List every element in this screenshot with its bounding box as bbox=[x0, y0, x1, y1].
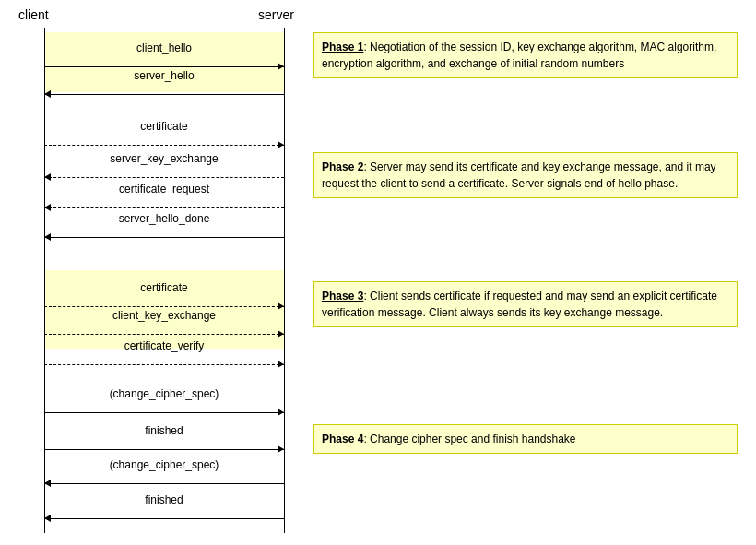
arrow-line-9 bbox=[44, 412, 284, 413]
arrow-line-5 bbox=[44, 237, 284, 238]
arrow-row-9: (change_cipher_spec) bbox=[44, 387, 284, 415]
arrow-line-12 bbox=[44, 518, 284, 519]
arrow-label-11: (change_cipher_spec) bbox=[44, 458, 284, 471]
arrow-row-10: finished bbox=[44, 424, 284, 452]
phase2-box: Phase 2: Server may send its certificate… bbox=[313, 152, 738, 198]
arrow-row-7: client_key_exchange bbox=[44, 309, 284, 337]
arrow-row-8: certificate_verify bbox=[44, 339, 284, 367]
arrow-row-2: certificate bbox=[44, 120, 284, 148]
arrow-label-1: server_hello bbox=[44, 69, 284, 82]
arrowhead-5 bbox=[44, 233, 51, 241]
arrow-line-10 bbox=[44, 449, 284, 450]
arrow-label-10: finished bbox=[44, 424, 284, 437]
arrowhead-7 bbox=[278, 330, 284, 338]
arrow-row-5: server_hello_done bbox=[44, 212, 284, 240]
arrow-line-4 bbox=[44, 207, 284, 208]
arrow-label-2: certificate bbox=[44, 120, 284, 133]
arrow-line-2 bbox=[44, 145, 284, 146]
arrow-row-1: server_hello bbox=[44, 69, 284, 97]
arrow-label-4: certificate_request bbox=[44, 183, 284, 195]
arrow-line-7 bbox=[44, 334, 284, 335]
arrow-line-1 bbox=[44, 94, 284, 95]
arrow-label-6: certificate bbox=[44, 281, 284, 294]
arrowhead-3 bbox=[44, 173, 51, 181]
phase3-box: Phase 3: Client sends certificate if req… bbox=[313, 281, 738, 327]
arrow-line-11 bbox=[44, 483, 284, 484]
server-label: server bbox=[258, 7, 294, 22]
arrow-label-7: client_key_exchange bbox=[44, 309, 284, 322]
arrowhead-10 bbox=[278, 445, 284, 453]
client-label: client bbox=[18, 7, 49, 22]
arrow-row-12: finished bbox=[44, 493, 284, 521]
arrow-row-4: certificate_request bbox=[44, 183, 284, 210]
arrow-row-11: (change_cipher_spec) bbox=[44, 458, 284, 486]
arrowhead-8 bbox=[278, 361, 284, 368]
arrow-row-0: client_hello bbox=[44, 41, 284, 69]
arrowhead-2 bbox=[278, 141, 284, 148]
arrow-label-12: finished bbox=[44, 493, 284, 506]
arrow-label-5: server_hello_done bbox=[44, 212, 284, 225]
arrow-label-8: certificate_verify bbox=[44, 339, 284, 352]
client-vline bbox=[44, 28, 45, 533]
phase4-box: Phase 4: Change cipher spec and finish h… bbox=[313, 424, 738, 454]
arrow-label-3: server_key_exchange bbox=[44, 152, 284, 165]
arrow-line-0 bbox=[44, 66, 284, 67]
server-vline bbox=[284, 28, 285, 533]
phase1-box: Phase 1: Negotiation of the session ID, … bbox=[313, 32, 738, 78]
arrowhead-9 bbox=[278, 409, 284, 416]
arrowhead-1 bbox=[44, 90, 51, 98]
arrow-row-6: certificate bbox=[44, 281, 284, 309]
arrow-line-8 bbox=[44, 364, 284, 365]
arrowhead-4 bbox=[44, 204, 51, 211]
arrow-label-0: client_hello bbox=[44, 41, 284, 54]
arrow-line-3 bbox=[44, 177, 284, 178]
arrowhead-12 bbox=[44, 515, 51, 522]
arrow-line-6 bbox=[44, 306, 284, 307]
arrowhead-11 bbox=[44, 480, 51, 487]
diagram-container: client server Phase 1: Negotiation of th… bbox=[0, 0, 756, 545]
arrow-label-9: (change_cipher_spec) bbox=[44, 387, 284, 400]
arrow-row-3: server_key_exchange bbox=[44, 152, 284, 180]
